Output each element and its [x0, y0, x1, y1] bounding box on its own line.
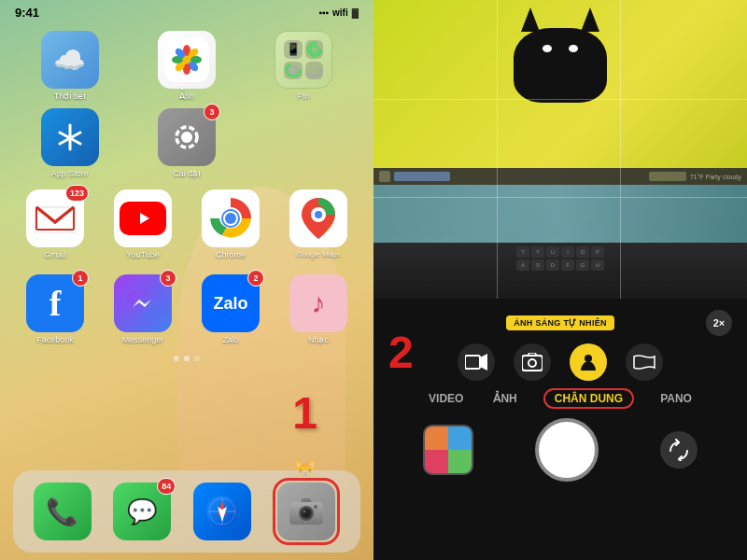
- recent-cell-1: [425, 427, 448, 450]
- mode-photo[interactable]: ẢNH: [489, 390, 520, 407]
- battery-group-label: Pin: [298, 91, 310, 101]
- camera-mode-bar: VIDEO ẢNH CHÂN DUNG PANO: [425, 388, 696, 409]
- svg-point-12: [289, 66, 297, 74]
- svg-point-10: [311, 46, 318, 53]
- app-weather[interactable]: ☁️ Thời tiết: [17, 31, 122, 101]
- zalo-icon-bg: 2 Zalo: [202, 274, 260, 332]
- svg-rect-43: [522, 356, 543, 371]
- app-facebook[interactable]: 1 f Facebook: [17, 274, 93, 344]
- status-icons: ▪▪▪ wifi ▓: [318, 7, 359, 18]
- svg-point-25: [225, 213, 236, 224]
- youtube-icon-bg: [114, 189, 172, 247]
- svg-point-40: [314, 505, 317, 509]
- battery-group-icon: 📱: [275, 31, 332, 89]
- vf-keyboard: T Y U I O P A S D F G H: [374, 243, 747, 299]
- phone-icon: 📞: [34, 483, 92, 540]
- cat-figure: [500, 28, 621, 103]
- cam-icon-portrait[interactable]: [570, 343, 607, 381]
- camera-controls: ÁNH SÁNG TỰ NHIÊN 2× 2: [374, 299, 747, 560]
- step-number-1: 1: [292, 387, 317, 439]
- gmaps-icon-bg: [289, 189, 347, 247]
- gmail-label: Gmail: [44, 250, 66, 259]
- camera-icon-row: [458, 343, 663, 381]
- zoom-button[interactable]: 2×: [706, 310, 732, 336]
- cam-icon-pano[interactable]: [626, 343, 663, 381]
- recent-photos-grid: [425, 427, 472, 473]
- facebook-label: Facebook: [36, 335, 74, 344]
- signal-icon: ▪▪▪: [318, 7, 329, 18]
- camera-bottom-row: [374, 413, 747, 487]
- svg-point-17: [181, 132, 192, 143]
- app-grid-row3: 123 Gmail YouTube: [0, 182, 374, 267]
- photos-label: Ảnh: [179, 91, 194, 101]
- facebook-icon-bg: 1 f: [26, 274, 84, 332]
- app-grid-row2: App Store 3 Cài đặt: [0, 101, 374, 186]
- messages-badge: 84: [157, 478, 176, 495]
- cat-eye-left: [543, 45, 552, 52]
- wifi-icon: wifi: [332, 7, 348, 18]
- youtube-label: YouTube: [126, 250, 159, 259]
- app-youtube[interactable]: YouTube: [105, 189, 181, 259]
- cat-eyes: [514, 28, 607, 52]
- mode-pano[interactable]: PANO: [656, 390, 696, 407]
- status-time: 9:41: [15, 6, 39, 20]
- app-gmail[interactable]: 123 Gmail: [17, 189, 93, 259]
- cam-icon-video[interactable]: [458, 343, 495, 381]
- dock: 📞 84 💬: [13, 470, 360, 553]
- music-note-icon: ♪: [312, 287, 326, 319]
- music-icon-bg: ♪: [289, 274, 347, 332]
- status-bar: 9:41 ▪▪▪ wifi ▓: [0, 0, 374, 23]
- app-music[interactable]: ♪ Nhạc: [280, 274, 357, 344]
- natural-light-badge: ÁNH SÁNG TỰ NHIÊN: [506, 315, 614, 330]
- gmail-badge: 123: [65, 185, 89, 202]
- cam-icon-photo[interactable]: [514, 343, 551, 381]
- camera-top-row: ÁNH SÁNG TỰ NHIÊN 2×: [374, 306, 747, 340]
- recent-cell-4: [448, 450, 472, 473]
- weather-icon-bg: ☁️: [41, 31, 99, 89]
- dock-messages[interactable]: 84 💬: [113, 483, 171, 540]
- app-photos[interactable]: Ảnh: [134, 31, 239, 101]
- messages-icon: 84 💬: [113, 483, 171, 540]
- facebook-badge: 1: [72, 270, 89, 287]
- messenger-label: Messenger: [122, 335, 164, 344]
- chrome-icon-bg: [202, 189, 260, 247]
- mode-portrait[interactable]: CHÂN DUNG: [543, 388, 634, 409]
- recent-photos[interactable]: [423, 425, 473, 475]
- app-chrome[interactable]: Chrome: [192, 189, 269, 259]
- music-label: Nhạc: [308, 335, 329, 344]
- mode-video[interactable]: VIDEO: [425, 390, 467, 407]
- weather-label: Thời tiết: [54, 91, 86, 101]
- svg-marker-42: [480, 354, 487, 371]
- app-settings[interactable]: 3 Cài đặt: [134, 108, 239, 178]
- messenger-icon-bg: 3: [114, 274, 172, 332]
- app-messenger[interactable]: 3 Messenger: [105, 274, 181, 344]
- app-battery-group[interactable]: 📱: [251, 31, 357, 101]
- spacer: [251, 108, 309, 166]
- svg-point-39: [303, 511, 306, 513]
- app-zalo[interactable]: 2 Zalo Zalo: [192, 274, 269, 344]
- settings-icon-bg: 3: [158, 108, 216, 166]
- svg-marker-21: [140, 213, 149, 224]
- battery-icon: ▓: [352, 7, 359, 18]
- dock-safari[interactable]: [193, 483, 251, 540]
- recent-cell-3: [425, 450, 448, 473]
- left-panel: 9:41 ▪▪▪ wifi ▓ ☁️ Thời tiết: [0, 0, 374, 560]
- right-panel: 71°F Party cloudy T Y U I O P A S D F G …: [374, 0, 747, 560]
- camera-icon: [277, 483, 335, 540]
- gmail-icon-bg: 123: [26, 189, 84, 247]
- app-gmaps[interactable]: Google Maps: [280, 189, 357, 259]
- zalo-text: Zalo: [213, 294, 247, 314]
- settings-label: Cài đặt: [173, 169, 201, 178]
- flip-camera-button[interactable]: [660, 431, 698, 469]
- settings-badge: 3: [204, 104, 220, 120]
- messenger-badge: 3: [160, 270, 176, 287]
- svg-point-13: [308, 63, 321, 77]
- camera-viewfinder: 71°F Party cloudy T Y U I O P A S D F G …: [374, 0, 747, 299]
- dock-camera[interactable]: [273, 478, 340, 545]
- safari-icon: [193, 483, 251, 540]
- shutter-button[interactable]: [535, 418, 599, 482]
- svg-point-44: [529, 359, 536, 367]
- app-appstore[interactable]: App Store: [17, 108, 122, 178]
- cat-eye-right: [569, 45, 578, 52]
- dock-phone[interactable]: 📞: [34, 483, 92, 540]
